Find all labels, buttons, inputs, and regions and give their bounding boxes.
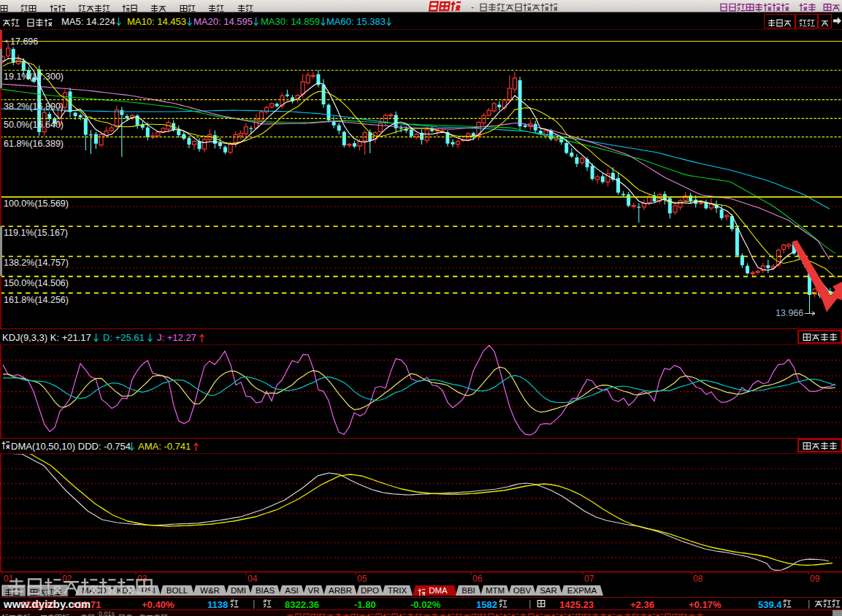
- svg-text:MTM: MTM: [486, 586, 505, 595]
- svg-text:W&R: W&R: [200, 586, 220, 595]
- svg-text:06: 06: [472, 574, 483, 584]
- svg-text:DMI: DMI: [231, 586, 246, 595]
- svg-text:ASI: ASI: [285, 586, 299, 595]
- svg-text:OBV: OBV: [513, 586, 532, 595]
- svg-text:EXPMA: EXPMA: [567, 586, 597, 595]
- svg-text:161.8%(14.256): 161.8%(14.256): [4, 295, 69, 305]
- svg-text:BBI: BBI: [462, 586, 475, 595]
- svg-text:138.2%(14.757): 138.2%(14.757): [4, 258, 69, 268]
- svg-text:SAR: SAR: [540, 586, 557, 595]
- svg-text:17.696: 17.696: [10, 36, 38, 47]
- svg-text:38.2%(16.890): 38.2%(16.890): [4, 101, 64, 112]
- svg-text:DPO: DPO: [361, 586, 379, 595]
- svg-text:09: 09: [810, 574, 820, 584]
- svg-text:TRIX: TRIX: [388, 586, 407, 595]
- svg-text:VR: VR: [308, 586, 320, 595]
- svg-text:BIAS: BIAS: [256, 586, 275, 595]
- svg-text:DMA: DMA: [429, 586, 448, 595]
- svg-text:61.8%(16.389): 61.8%(16.389): [4, 139, 64, 149]
- svg-text:08: 08: [693, 574, 703, 584]
- svg-text:50.0%(16.640): 50.0%(16.640): [4, 120, 64, 130]
- svg-text:13.966: 13.966: [776, 308, 803, 318]
- svg-text:04: 04: [248, 574, 258, 584]
- svg-text:100.0%(15.569): 100.0%(15.569): [4, 199, 69, 209]
- svg-text:119.1%(15.167): 119.1%(15.167): [4, 228, 68, 238]
- svg-text:ARBR: ARBR: [329, 586, 352, 595]
- svg-text:150.0%(14.506): 150.0%(14.506): [4, 278, 69, 288]
- svg-text:07: 07: [584, 574, 594, 584]
- svg-text:BOLL: BOLL: [167, 586, 188, 595]
- svg-text:05: 05: [357, 574, 367, 584]
- svg-text:19.1%(17.300): 19.1%(17.300): [4, 72, 64, 82]
